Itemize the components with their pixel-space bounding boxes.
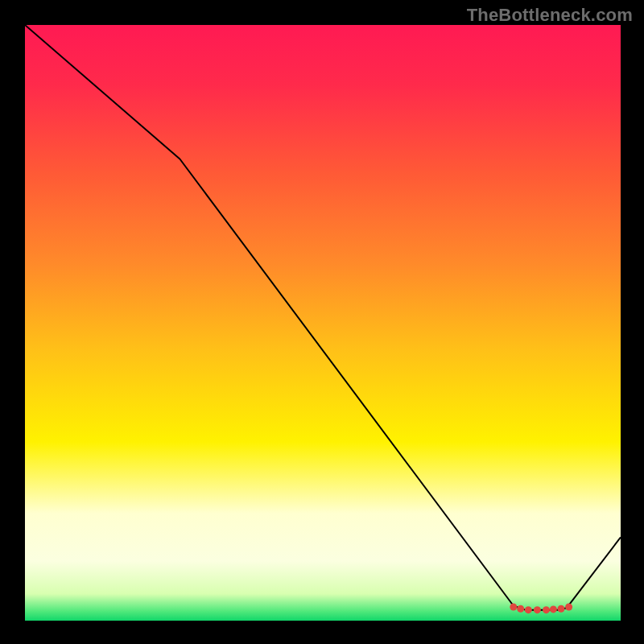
chart-frame: TheBottleneck.com (0, 0, 644, 644)
watermark-label: TheBottleneck.com (467, 5, 633, 26)
marker-dot (525, 606, 532, 613)
marker-dot (517, 605, 524, 613)
gradient-background (25, 25, 621, 621)
marker-dot (510, 603, 517, 610)
marker-dot (565, 603, 572, 610)
plot-area (25, 25, 621, 621)
marker-dot (550, 605, 557, 613)
marker-dot (543, 606, 550, 613)
marker-dot (534, 606, 541, 613)
chart-svg (25, 25, 621, 621)
marker-dot (558, 605, 565, 613)
